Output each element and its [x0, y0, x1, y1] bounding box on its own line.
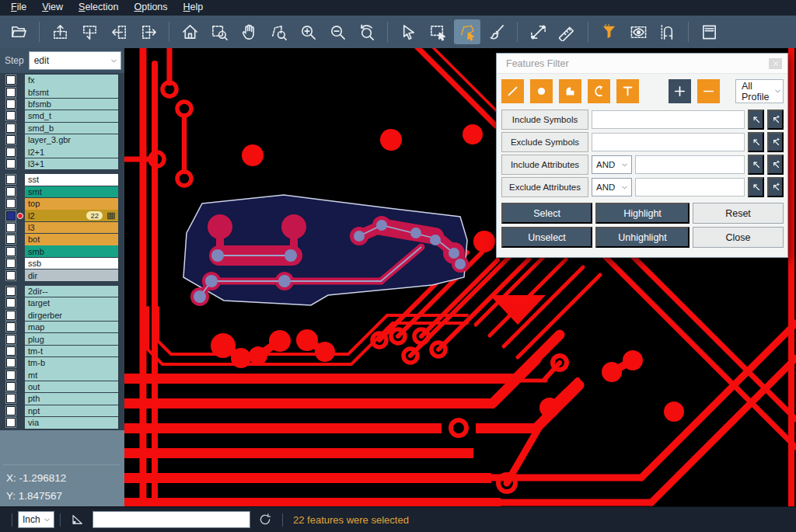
- layer-visibility-checkbox[interactable]: [6, 311, 16, 320]
- menu-help[interactable]: Help: [176, 1, 211, 15]
- include-attributes-input[interactable]: [635, 155, 745, 174]
- layer-visibility-checkbox[interactable]: [6, 287, 16, 296]
- refresh-icon[interactable]: [258, 513, 272, 527]
- tool-zoom-window[interactable]: [206, 19, 232, 44]
- menu-view[interactable]: View: [34, 1, 71, 15]
- layer-visibility-checkbox[interactable]: [6, 135, 16, 144]
- unselect-button[interactable]: Unselect: [501, 227, 592, 248]
- layer-name[interactable]: top: [25, 198, 118, 210]
- layer-name[interactable]: l3+1: [25, 158, 118, 170]
- layer-visibility-checkbox[interactable]: [6, 235, 16, 244]
- tool-pan-up[interactable]: [47, 19, 73, 44]
- tool-zoom-previous[interactable]: [354, 19, 380, 44]
- layer-name[interactable]: target: [25, 297, 118, 309]
- tool-view-window[interactable]: [625, 19, 651, 44]
- tool-zoom-out[interactable]: [324, 19, 351, 44]
- tool-pan-left[interactable]: [106, 19, 132, 44]
- layer-visibility-checkbox[interactable]: [6, 322, 16, 332]
- layer-name[interactable]: pth: [25, 393, 118, 405]
- close-icon[interactable]: [769, 58, 782, 69]
- layer-name[interactable]: fx: [25, 75, 118, 86]
- step-select[interactable]: edit: [29, 51, 121, 70]
- menu-selection[interactable]: Selection: [71, 1, 126, 15]
- layer-visibility-checkbox[interactable]: [6, 271, 16, 280]
- pick-from-canvas-button[interactable]: [748, 155, 764, 175]
- layer-visibility-checkbox[interactable]: [6, 175, 16, 184]
- command-input[interactable]: [93, 511, 250, 528]
- include-symbols-button[interactable]: Include Symbols: [501, 110, 588, 130]
- layer-name[interactable]: l2+1: [25, 146, 118, 158]
- layer-visibility-checkbox[interactable]: [6, 148, 16, 157]
- layer-name[interactable]: bot: [25, 234, 118, 245]
- exclude-attributes-button[interactable]: Exclude Attributes: [501, 177, 588, 197]
- layer-visibility-checkbox[interactable]: [6, 211, 16, 221]
- layer-visibility-checkbox[interactable]: [6, 406, 16, 416]
- pick-add-from-canvas-button[interactable]: [767, 110, 784, 130]
- exclude-symbols-button[interactable]: Exclude Symbols: [501, 132, 588, 152]
- layer-name[interactable]: smt: [25, 186, 118, 198]
- operator-select[interactable]: AND: [592, 178, 632, 196]
- tool-pan-down[interactable]: [76, 19, 103, 44]
- layer-visibility-checkbox[interactable]: [6, 346, 16, 356]
- layer-name[interactable]: out: [25, 381, 118, 393]
- feature-type-line-button[interactable]: [501, 79, 524, 103]
- layer-visibility-checkbox[interactable]: [6, 335, 16, 344]
- tool-select-polygon[interactable]: [454, 19, 480, 44]
- feature-type-text-button[interactable]: [616, 79, 639, 103]
- layer-visibility-checkbox[interactable]: [6, 382, 16, 391]
- layer-name[interactable]: dir: [25, 269, 118, 281]
- tool-filter[interactable]: [595, 19, 622, 44]
- highlight-button[interactable]: Highlight: [595, 203, 690, 224]
- layer-name[interactable]: npt: [25, 405, 118, 417]
- units-select[interactable]: Inch: [18, 511, 54, 528]
- pick-add-from-canvas-button[interactable]: [767, 155, 784, 175]
- exclude-attributes-input[interactable]: [635, 178, 745, 196]
- include-symbols-input[interactable]: [592, 110, 745, 129]
- pick-from-canvas-button[interactable]: [748, 110, 764, 130]
- layer-visibility-checkbox[interactable]: [6, 418, 16, 427]
- feature-type-pad-button[interactable]: [530, 79, 553, 103]
- tool-pointer[interactable]: [395, 19, 421, 44]
- layer-visibility-checkbox[interactable]: [6, 223, 16, 232]
- pick-from-canvas-button[interactable]: [748, 177, 764, 197]
- layer-name[interactable]: bfsmt: [25, 86, 118, 98]
- layer-name[interactable]: via: [25, 417, 118, 429]
- layer-name[interactable]: smd_t: [25, 110, 118, 122]
- layer-name[interactable]: smd_b: [25, 123, 118, 134]
- layer-name[interactable]: bfsmb: [25, 99, 118, 110]
- layer-visibility-checkbox[interactable]: [6, 159, 16, 169]
- layer-name[interactable]: map: [25, 322, 118, 333]
- select-button[interactable]: Select: [501, 203, 592, 224]
- dialog-title-bar[interactable]: Features Filter: [497, 54, 787, 74]
- operator-select[interactable]: AND: [592, 155, 632, 174]
- layer-name[interactable]: tm-t: [25, 346, 118, 357]
- tool-home[interactable]: [176, 19, 203, 44]
- positive-polarity-button[interactable]: [669, 79, 691, 103]
- layer-name[interactable]: smb: [25, 245, 118, 257]
- layer-visibility-checkbox[interactable]: [6, 99, 16, 109]
- layer-visibility-checkbox[interactable]: [6, 370, 16, 380]
- pick-from-canvas-button[interactable]: [748, 132, 764, 152]
- layer-name[interactable]: tm-b: [25, 357, 118, 369]
- layer-visibility-checkbox[interactable]: [6, 75, 16, 85]
- tool-zoom-object[interactable]: [265, 19, 292, 44]
- layer-name[interactable]: mt: [25, 369, 118, 381]
- tool-pan-right[interactable]: [135, 19, 162, 44]
- reset-button[interactable]: Reset: [693, 203, 784, 224]
- layer-visibility-checkbox[interactable]: [6, 358, 16, 367]
- tool-open-folder[interactable]: [5, 19, 32, 44]
- layer-name[interactable]: l222: [25, 210, 118, 221]
- menu-file[interactable]: File: [3, 1, 34, 15]
- tool-zoom-in[interactable]: [295, 19, 321, 44]
- layer-visibility-checkbox[interactable]: [6, 298, 16, 308]
- layer-name[interactable]: plug: [25, 333, 118, 345]
- tool-brush[interactable]: [484, 19, 510, 44]
- close-button[interactable]: Close: [693, 227, 784, 248]
- pick-add-from-canvas-button[interactable]: [767, 132, 784, 152]
- layer-name[interactable]: l3: [25, 222, 118, 234]
- layer-name[interactable]: layer_3.gbr: [25, 134, 118, 146]
- layer-visibility-checkbox[interactable]: [6, 247, 16, 256]
- menu-options[interactable]: Options: [126, 1, 175, 15]
- layer-name[interactable]: sst: [25, 174, 118, 186]
- feature-type-surface-button[interactable]: [559, 79, 581, 103]
